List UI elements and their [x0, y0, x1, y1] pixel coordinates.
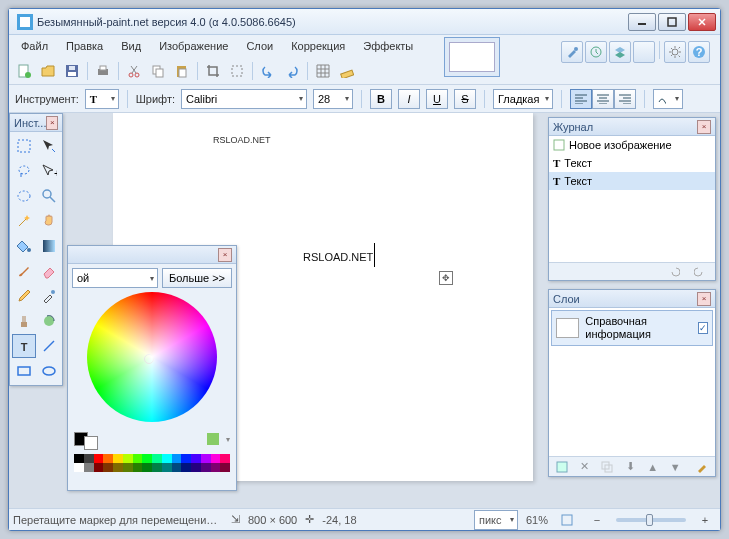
menu-layers[interactable]: Слои	[238, 38, 281, 54]
history-panel-close[interactable]: ×	[697, 120, 711, 134]
tool-ellipse-select[interactable]	[12, 184, 36, 208]
layer-merge-icon[interactable]: ⬇	[621, 456, 640, 478]
tool-recolor[interactable]	[37, 309, 61, 333]
secondary-swatch[interactable]	[84, 436, 98, 450]
tool-lasso[interactable]	[12, 159, 36, 183]
grid-button[interactable]	[312, 60, 334, 82]
colors-panel-close[interactable]: ×	[218, 248, 232, 262]
text-move-handle[interactable]: ✥	[439, 271, 453, 285]
unit-combo[interactable]: пикс	[474, 510, 518, 530]
palette-color[interactable]	[94, 454, 104, 463]
palette-color[interactable]	[133, 463, 143, 472]
layer-props-icon[interactable]	[692, 456, 711, 478]
palette-color[interactable]	[74, 463, 84, 472]
palette-color[interactable]	[103, 463, 113, 472]
layer-item[interactable]: Справочная информация ✓	[551, 310, 713, 346]
minimize-button[interactable]	[628, 13, 656, 31]
tool-brush[interactable]	[12, 259, 36, 283]
maximize-button[interactable]	[658, 13, 686, 31]
history-item[interactable]: TТекст	[549, 172, 715, 190]
zoom-out-icon[interactable]: −	[586, 509, 608, 531]
copy-button[interactable]	[147, 60, 169, 82]
print-button[interactable]	[92, 60, 114, 82]
zoom-fit-icon[interactable]	[556, 509, 578, 531]
tool-clone[interactable]	[12, 309, 36, 333]
palette-color[interactable]	[191, 463, 201, 472]
color-wheel[interactable]	[87, 292, 217, 422]
layer-dup-icon[interactable]	[598, 456, 617, 478]
crop-button[interactable]	[202, 60, 224, 82]
save-button[interactable]	[61, 60, 83, 82]
tools-toggle-icon[interactable]	[561, 41, 583, 63]
palette-color[interactable]	[191, 454, 201, 463]
palette-color[interactable]	[172, 463, 182, 472]
tool-eraser[interactable]	[37, 259, 61, 283]
layer-visible-checkbox[interactable]: ✓	[698, 322, 708, 334]
align-center-button[interactable]	[592, 89, 614, 109]
layers-panel-close[interactable]: ×	[697, 292, 711, 306]
palette-color[interactable]	[84, 454, 94, 463]
palette-color[interactable]	[220, 454, 230, 463]
history-item[interactable]: TТекст	[549, 154, 715, 172]
tool-wand[interactable]	[12, 209, 36, 233]
palette-color[interactable]	[181, 463, 191, 472]
menu-view[interactable]: Вид	[113, 38, 149, 54]
palette-color[interactable]	[152, 463, 162, 472]
layer-add-icon[interactable]	[553, 456, 572, 478]
underline-button[interactable]: U	[426, 89, 448, 109]
zoom-in-icon[interactable]: +	[694, 509, 716, 531]
font-size-combo[interactable]: 28	[313, 89, 353, 109]
zoom-slider[interactable]	[616, 518, 686, 522]
palette-color[interactable]	[181, 454, 191, 463]
menu-adjust[interactable]: Коррекция	[283, 38, 353, 54]
bold-button[interactable]: B	[370, 89, 392, 109]
tool-line[interactable]	[37, 334, 61, 358]
paste-button[interactable]	[171, 60, 193, 82]
palette-color[interactable]	[133, 454, 143, 463]
close-button[interactable]	[688, 13, 716, 31]
tool-rect[interactable]	[12, 359, 36, 383]
history-redo-icon[interactable]	[689, 261, 711, 283]
cut-button[interactable]	[123, 60, 145, 82]
palette-color[interactable]	[152, 454, 162, 463]
palette-color[interactable]	[162, 463, 172, 472]
history-undo-icon[interactable]	[663, 261, 685, 283]
palette-add-icon[interactable]	[202, 428, 224, 450]
menu-effects[interactable]: Эффекты	[355, 38, 421, 54]
tool-move[interactable]: +	[37, 159, 61, 183]
palette-color[interactable]	[84, 463, 94, 472]
palette-color[interactable]	[172, 454, 182, 463]
tool-move-sel[interactable]	[37, 134, 61, 158]
menu-file[interactable]: Файл	[13, 38, 56, 54]
tool-fill[interactable]	[12, 234, 36, 258]
menu-edit[interactable]: Правка	[58, 38, 111, 54]
palette-color[interactable]	[201, 463, 211, 472]
palette-color[interactable]	[142, 454, 152, 463]
open-button[interactable]	[37, 60, 59, 82]
tool-zoom[interactable]	[37, 184, 61, 208]
palette-color[interactable]	[123, 463, 133, 472]
palette-color[interactable]	[211, 454, 221, 463]
layer-up-icon[interactable]: ▲	[643, 456, 662, 478]
tool-ellipse[interactable]	[37, 359, 61, 383]
color-palette[interactable]	[74, 454, 230, 472]
tool-selector[interactable]: T	[85, 89, 119, 109]
ruler-button[interactable]	[336, 60, 358, 82]
tool-gradient[interactable]	[37, 234, 61, 258]
strike-button[interactable]: S	[454, 89, 476, 109]
settings-icon[interactable]	[664, 41, 686, 63]
colors-toggle-icon[interactable]	[633, 41, 655, 63]
layer-down-icon[interactable]: ▼	[666, 456, 685, 478]
deselect-button[interactable]	[226, 60, 248, 82]
palette-color[interactable]	[74, 454, 84, 463]
font-family-combo[interactable]: Calibri	[181, 89, 307, 109]
image-thumbnail-tab[interactable]	[444, 37, 500, 77]
italic-button[interactable]: I	[398, 89, 420, 109]
palette-color[interactable]	[142, 463, 152, 472]
titlebar[interactable]: Безымянный-paint.net версия 4.0 (α 4.0.5…	[9, 9, 720, 35]
menu-image[interactable]: Изображение	[151, 38, 236, 54]
palette-color[interactable]	[103, 454, 113, 463]
tool-rect-select[interactable]	[12, 134, 36, 158]
redo-button[interactable]	[281, 60, 303, 82]
history-toggle-icon[interactable]	[585, 41, 607, 63]
